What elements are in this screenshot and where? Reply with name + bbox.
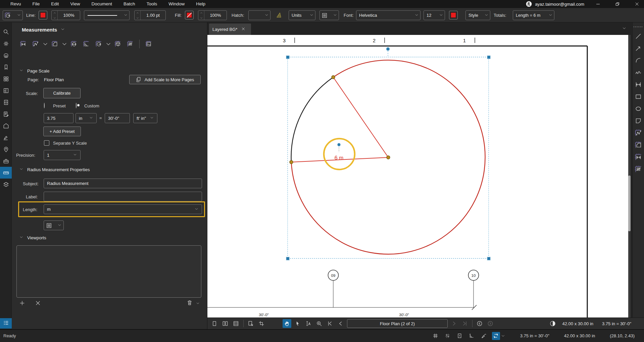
- totals-dropdown[interactable]: Length = 6 m: [513, 10, 554, 20]
- measure-count-tool-button[interactable]: [633, 164, 643, 174]
- fill-color-swatch[interactable]: [185, 11, 194, 19]
- single-page-view-button[interactable]: [210, 319, 219, 328]
- scale-value-1-input[interactable]: 3.75: [44, 113, 73, 123]
- radius-measurement-label[interactable]: 6 m: [335, 155, 344, 161]
- scrollbar-thumb[interactable]: [628, 176, 631, 231]
- step-up-icon[interactable]: [53, 10, 56, 15]
- reuse-markup-tool-button[interactable]: [492, 332, 500, 340]
- grid-toggle-button[interactable]: [432, 332, 440, 340]
- step-down-icon[interactable]: [136, 15, 139, 20]
- step-down-icon[interactable]: [200, 15, 203, 20]
- page-navigation-field[interactable]: Floor Plan (2 of 2): [347, 319, 448, 328]
- sidebar-item-file-attachments[interactable]: [0, 96, 12, 108]
- pen-mode-button[interactable]: [480, 332, 488, 340]
- markup-list-toggle-button[interactable]: [0, 318, 12, 329]
- active-tool-dropdown[interactable]: [3, 10, 23, 20]
- count-measure-tool-button[interactable]: [125, 39, 136, 49]
- sidebar-item-measurements[interactable]: [0, 167, 12, 179]
- line-tool-button[interactable]: [633, 31, 643, 41]
- polygon-tool-button[interactable]: [633, 116, 643, 126]
- scale-value-2-input[interactable]: 30'-0": [105, 113, 130, 123]
- menu-window[interactable]: Window: [163, 0, 190, 8]
- menu-document[interactable]: Document: [86, 0, 118, 8]
- menu-help[interactable]: Help: [190, 0, 211, 8]
- sidebar-item-hyperlinks[interactable]: [0, 120, 12, 132]
- sidebar-item-signatures[interactable]: [0, 132, 12, 143]
- snap-to-grid-button[interactable]: [444, 332, 452, 340]
- units-dropdown[interactable]: Units: [289, 10, 315, 20]
- account-button[interactable]: ayaz.taimoor@gmail.com: [526, 1, 584, 7]
- split-vertical-button[interactable]: [221, 319, 230, 328]
- subject-input[interactable]: Radius Measurement: [44, 179, 202, 188]
- style-dropdown[interactable]: Style: [465, 10, 490, 20]
- pan-tool-button[interactable]: [283, 319, 291, 328]
- zoom-tool-button[interactable]: [315, 319, 324, 328]
- delete-button[interactable]: [186, 299, 193, 306]
- label-input[interactable]: [44, 192, 202, 201]
- reuse-options-chevron[interactable]: [501, 332, 505, 340]
- toolbar-grip-handle[interactable]: ••••••: [634, 25, 643, 29]
- menu-edit[interactable]: Edit: [45, 0, 64, 8]
- last-page-button[interactable]: [460, 319, 469, 328]
- close-button[interactable]: [635, 2, 639, 6]
- sidebar-item-settings[interactable]: [0, 38, 12, 49]
- measure-polyline-tool-button[interactable]: [633, 128, 643, 138]
- sidebar-item-layers[interactable]: [0, 179, 12, 190]
- previous-view-button[interactable]: [475, 319, 484, 328]
- line-width-stepper[interactable]: 1.00 pt: [134, 10, 166, 20]
- volume-measure-tool-button[interactable]: [112, 39, 123, 49]
- step-up-icon[interactable]: [136, 10, 139, 15]
- dimension-tool-button[interactable]: [633, 80, 643, 90]
- sidebar-item-tool-chest[interactable]: [0, 155, 12, 167]
- radius-measure-tool-button[interactable]: [93, 39, 104, 49]
- line-opacity-stepper[interactable]: 100%: [51, 10, 80, 20]
- calibrate-tool-button[interactable]: [274, 10, 284, 20]
- fill-opacity-stepper[interactable]: 100%: [198, 10, 227, 20]
- ellipse-tool-button[interactable]: [633, 104, 643, 114]
- measure-length-tool-button[interactable]: [633, 152, 643, 162]
- radius-properties-section-header[interactable]: Radius Measurement Properties: [19, 167, 90, 172]
- sidebar-item-places[interactable]: [0, 143, 12, 155]
- rectangle-tool-button[interactable]: [633, 92, 643, 102]
- hatch-dropdown[interactable]: [248, 10, 270, 20]
- menu-batch[interactable]: Batch: [118, 0, 141, 8]
- pdf-page-canvas[interactable]: 3 2 1: [207, 35, 628, 317]
- font-color-swatch[interactable]: [449, 11, 458, 19]
- add-scale-button[interactable]: Add Scale to More Pages: [129, 75, 201, 84]
- menu-file[interactable]: File: [27, 0, 46, 8]
- sketch-tool-button[interactable]: [633, 67, 643, 78]
- length-measure-tool-button[interactable]: [18, 39, 29, 49]
- area-measure-tool-button[interactable]: [49, 39, 60, 49]
- dynamic-fill-measure-tool-button[interactable]: [143, 39, 154, 49]
- page-scale-section-header[interactable]: Page Scale: [19, 68, 50, 74]
- sidebar-item-studio[interactable]: [0, 49, 12, 61]
- step-down-icon[interactable]: [53, 15, 56, 20]
- measure-area-tool-button[interactable]: [633, 140, 643, 150]
- tab-close-icon[interactable]: [241, 27, 245, 32]
- length-unit-dropdown[interactable]: m: [44, 204, 202, 214]
- sidebar-item-spaces[interactable]: [0, 85, 12, 96]
- custom-radio[interactable]: [76, 103, 77, 108]
- radius-tool-options-chevron[interactable]: [106, 41, 111, 47]
- step-up-icon[interactable]: [200, 10, 203, 15]
- arrow-tool-button[interactable]: [633, 43, 643, 53]
- fit-page-button[interactable]: [246, 319, 255, 328]
- menu-revu[interactable]: Revu: [5, 0, 27, 8]
- add-viewport-button[interactable]: [19, 300, 26, 306]
- separate-y-checkbox[interactable]: [44, 140, 49, 146]
- calibrate-button[interactable]: Calibrate: [43, 88, 81, 98]
- fill-opacity-value[interactable]: 100%: [204, 11, 227, 20]
- add-preset-button[interactable]: + Add Preset: [43, 127, 81, 136]
- arc-tool-button[interactable]: [633, 55, 643, 65]
- remove-viewport-button[interactable]: [35, 300, 41, 306]
- previous-page-button[interactable]: [336, 319, 345, 328]
- restore-button[interactable]: [615, 2, 620, 6]
- arc-endpoint-1[interactable]: [332, 76, 335, 79]
- fit-width-button[interactable]: [257, 319, 266, 328]
- viewports-section-header[interactable]: Viewports: [19, 235, 46, 240]
- viewports-list[interactable]: [16, 245, 201, 298]
- arc-endpoint-2[interactable]: [290, 160, 293, 164]
- area-tool-options-chevron[interactable]: [62, 41, 67, 47]
- next-page-button[interactable]: [450, 319, 458, 328]
- angle-measure-tool-button[interactable]: [81, 39, 92, 49]
